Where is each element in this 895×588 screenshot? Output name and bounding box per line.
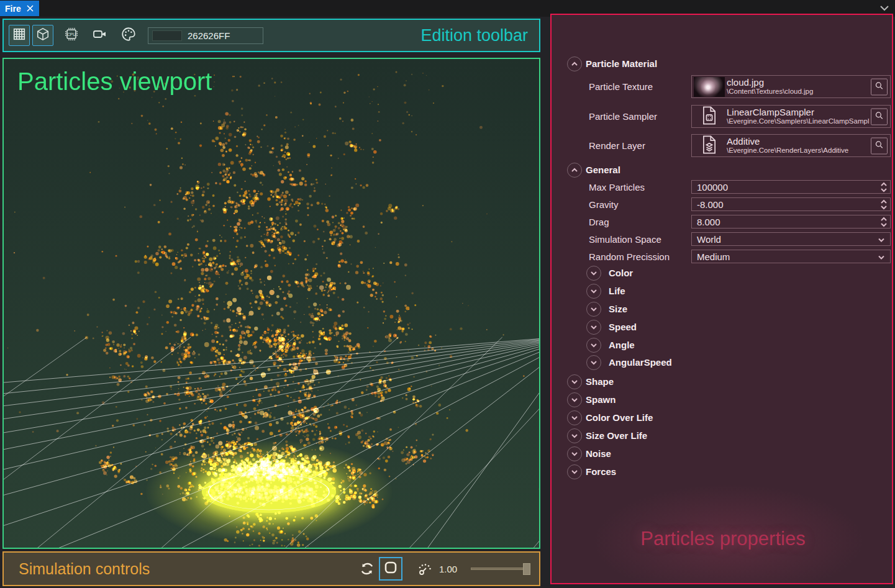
section-title[interactable]: Color Over Life [586,412,653,423]
restart-button[interactable] [359,561,375,579]
field-value: World [697,234,721,245]
section-collapse-icon[interactable] [567,392,582,407]
subsection-title[interactable]: Life [609,286,625,296]
asset-path: \Evergine.Core\RenderLayers\Additive [727,147,890,155]
speed-slider-handle[interactable] [523,563,530,575]
asset-name: cloud.jpg [727,78,890,88]
texture-thumbnail [694,77,725,97]
particle-editor-window: Fire CPU [0,0,895,588]
prop-label: Drag [589,217,609,227]
section-collapse-icon[interactable] [567,410,582,425]
browse-asset-button[interactable] [871,108,888,125]
section-collapse-icon[interactable] [567,446,582,461]
section-title[interactable]: Shape [586,376,614,387]
stepper-arrows[interactable] [880,215,888,228]
asset-name: Additive [727,137,890,147]
numeric-input[interactable]: -8.000 [691,197,891,211]
tab-fire[interactable]: Fire [0,1,39,16]
asset-field[interactable]: cloud.jpg \Content\Textures\cloud.jpg [691,75,891,98]
sampler-file-icon [701,106,718,128]
subsection-title[interactable]: Size [609,304,627,314]
stepper-arrows[interactable] [880,181,888,193]
subsection-collapse-icon[interactable] [586,302,601,317]
cube-icon [36,27,50,43]
magnifier-icon [875,81,884,93]
subsection-collapse-icon[interactable] [586,355,601,370]
numeric-input[interactable]: 100000 [691,180,891,194]
particle-material-section-title[interactable]: Particle Material [586,58,657,69]
camera-button[interactable] [89,25,111,46]
cpu-simulation-button[interactable]: CPU [61,25,82,46]
section-collapse-icon[interactable] [567,464,582,479]
asset-name: LinearClampSampler [727,107,890,117]
particle-material-collapse-icon[interactable] [567,57,582,71]
subsection-collapse-icon[interactable] [586,338,601,353]
background-color-button[interactable] [118,25,139,46]
asset-field[interactable]: Additive \Evergine.Core\RenderLayers\Add… [691,134,891,157]
background-color-field[interactable]: 262626FF [148,27,263,44]
magnifier-icon [875,140,884,152]
prop-label: Render Layer [589,140,645,151]
asset-path: \Evergine.Core\Samplers\LinearClampSampl [727,117,890,125]
section-title[interactable]: Noise [586,448,611,459]
subsection-title[interactable]: Color [609,268,633,278]
stop-icon [383,560,398,577]
section-collapse-icon[interactable] [567,428,582,443]
stop-button[interactable] [379,557,402,581]
field-value: Medium [697,251,730,262]
field-value: -8.000 [697,199,724,210]
color-hex-value: 262626FF [188,30,230,41]
dropdown-select[interactable]: Medium [691,250,891,263]
magnifier-icon [875,111,884,122]
bounds-toggle-button[interactable] [32,25,53,46]
camera-icon [92,26,108,45]
general-collapse-icon[interactable] [567,163,582,178]
tab-close-icon[interactable] [27,5,34,12]
particles-properties-panel: Particle MaterialParticle Texture cloud.… [550,14,893,584]
prop-label: Gravity [589,199,619,210]
subsection-title[interactable]: Angle [609,340,635,350]
asset-path: \Content\Textures\cloud.jpg [727,88,890,96]
asset-field[interactable]: LinearClampSampler \Evergine.Core\Sample… [691,105,891,128]
browse-asset-button[interactable] [871,137,888,154]
subsection-collapse-icon[interactable] [586,266,601,281]
dropdown-chevron-icon[interactable] [878,234,885,245]
panel-collapse-chevron-icon[interactable] [879,3,890,14]
cpu-icon: CPU [63,26,80,45]
particles-properties-annotation: Particles properties [552,528,893,550]
layers-file-icon [701,135,718,157]
stepper-arrows[interactable] [880,198,888,210]
speed-value: 1.00 [439,564,457,574]
dropdown-select[interactable]: World [691,232,891,246]
palette-icon [120,26,137,45]
prop-label: Max Particles [589,182,645,192]
grid-toggle-button[interactable] [9,25,30,46]
field-value: 8.000 [697,217,720,227]
section-title[interactable]: Forces [586,466,616,477]
numeric-input[interactable]: 8.000 [691,215,891,228]
particles-canvas[interactable] [4,59,539,548]
color-swatch [152,30,182,41]
prop-label: Random Precission [589,251,670,262]
section-title[interactable]: Spawn [586,394,616,405]
browse-asset-button[interactable] [871,78,888,95]
dropdown-chevron-icon[interactable] [878,251,885,262]
subsection-title[interactable]: AngularSpeed [609,357,672,368]
particles-viewport[interactable]: Particles viewport [2,58,540,549]
prop-label: Simulation Space [589,234,661,245]
grid-icon [12,27,26,43]
section-title[interactable]: Size Over Life [586,430,647,441]
speed-slider[interactable] [471,568,529,570]
field-value: 100000 [697,182,728,192]
edition-toolbar-annotation: Edition toolbar [420,26,528,45]
svg-text:CPU: CPU [67,32,76,37]
general-section-title[interactable]: General [586,165,620,175]
subsection-title[interactable]: Speed [609,322,637,332]
subsection-collapse-icon[interactable] [586,320,601,335]
prop-label: Particle Texture [589,81,653,92]
simulation-controls-bar: Simulation controls 1 [2,551,540,586]
subsection-collapse-icon[interactable] [586,284,601,299]
section-collapse-icon[interactable] [567,374,582,389]
prop-label: Particle Sampler [589,111,657,122]
edition-toolbar: CPU 262626FF Edition toolbar [2,19,540,52]
